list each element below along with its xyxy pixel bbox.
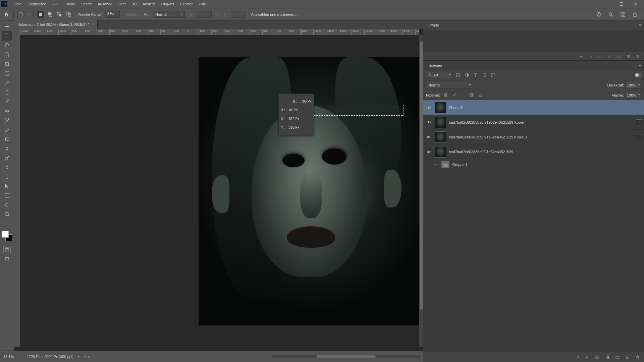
filter-image-icon[interactable]: [455, 72, 462, 78]
cloud-docs-icon[interactable]: [595, 11, 602, 18]
foreground-color-swatch[interactable]: [2, 231, 9, 238]
make-work-path-icon[interactable]: ◇: [606, 53, 612, 59]
new-layer-icon[interactable]: [625, 354, 631, 360]
new-path-icon[interactable]: ⊞: [625, 53, 631, 59]
fill-path-icon[interactable]: ●: [578, 53, 584, 59]
filter-adjustment-icon[interactable]: [464, 72, 470, 78]
visibility-toggle-icon[interactable]: [425, 120, 432, 125]
lock-pixels-icon[interactable]: [442, 92, 449, 99]
paths-tab[interactable]: Pfade: [426, 21, 442, 29]
adjustment-layer-icon[interactable]: [604, 354, 610, 360]
opacity-input[interactable]: 100%▾: [625, 82, 641, 88]
eraser-tool-icon[interactable]: [2, 125, 12, 134]
zoom-field[interactable]: 38,1%: [3, 355, 22, 359]
path-select-tool-icon[interactable]: [2, 181, 12, 191]
lock-position-icon[interactable]: [460, 92, 466, 99]
menu-help[interactable]: Hilfe: [196, 1, 209, 7]
menu-select[interactable]: Auswahl: [95, 1, 115, 7]
menu-type[interactable]: Schrift: [78, 1, 95, 7]
healing-brush-tool-icon[interactable]: [2, 87, 12, 97]
paths-list[interactable]: [423, 30, 644, 52]
expand-group-icon[interactable]: ▸: [435, 163, 439, 166]
layer-row[interactable]: bad7ba82c60283ba0f21e62e43521529 Kopie 3…: [423, 130, 644, 144]
menu-layer[interactable]: Ebene: [61, 1, 78, 7]
edit-toolbar-icon[interactable]: ⋯: [3, 220, 11, 228]
hand-tool-icon[interactable]: [2, 200, 12, 209]
vertical-ruler[interactable]: [14, 35, 20, 347]
layer-filter-select[interactable]: Art ▾: [426, 72, 453, 78]
layer-row[interactable]: Ebene 3: [423, 100, 644, 115]
shape-tool-icon[interactable]: [2, 191, 12, 200]
doc-info-label[interactable]: 1726 Px x 2000 Px (300 ppi): [27, 355, 73, 359]
filter-smartobject-icon[interactable]: [490, 72, 496, 78]
horizontal-ruler[interactable]: 1300120011001000900800700600500400300200…: [20, 29, 419, 35]
home-button[interactable]: [3, 11, 10, 18]
horizontal-scrollbar[interactable]: [272, 355, 420, 358]
fill-input[interactable]: 100%▾: [625, 92, 641, 99]
close-button[interactable]: [631, 1, 640, 7]
feather-input[interactable]: 0 Px: [105, 11, 120, 18]
select-and-mask-button[interactable]: Auswählen und maskieren...: [251, 12, 297, 16]
search-icon[interactable]: [607, 11, 614, 18]
frame-tool-icon[interactable]: [2, 69, 12, 78]
gradient-tool-icon[interactable]: [2, 134, 12, 144]
canvas[interactable]: B : 793 Px H : 82 Px X : 812 Px Y : 365 …: [20, 35, 419, 347]
visibility-toggle-icon[interactable]: [425, 105, 432, 110]
delete-path-icon[interactable]: 🗑: [635, 53, 641, 59]
delete-layer-icon[interactable]: [635, 354, 641, 360]
share-icon[interactable]: [631, 11, 639, 18]
color-swatches[interactable]: [2, 231, 12, 241]
layer-thumbnail[interactable]: [435, 146, 446, 158]
menu-3d[interactable]: 3D: [129, 1, 140, 7]
layer-style-icon[interactable]: fx: [584, 354, 590, 360]
scrollbar-thumb[interactable]: [420, 42, 423, 309]
vertical-scrollbar[interactable]: [419, 35, 423, 347]
selection-subtract-icon[interactable]: [56, 11, 63, 18]
filter-toggle[interactable]: [635, 73, 641, 77]
quickmask-icon[interactable]: [3, 246, 11, 253]
panel-menu-icon[interactable]: ≡: [639, 63, 641, 67]
clone-stamp-tool-icon[interactable]: [2, 106, 12, 116]
selection-add-icon[interactable]: [46, 11, 54, 18]
nav-prev-icon[interactable]: ◂: [84, 354, 86, 359]
layer-row[interactable]: bad7ba82c60283ba0f21e62e43521529: [423, 144, 644, 159]
visibility-toggle-icon[interactable]: [425, 135, 432, 139]
close-tab-icon[interactable]: ×: [92, 22, 94, 27]
zoom-tool-icon[interactable]: [2, 209, 12, 219]
selection-intersect-icon[interactable]: [65, 11, 72, 18]
link-layers-icon[interactable]: [574, 354, 580, 360]
pen-tool-icon[interactable]: [2, 163, 12, 172]
brush-tool-icon[interactable]: [2, 97, 12, 106]
menu-view[interactable]: Ansicht: [140, 1, 158, 7]
minimize-button[interactable]: [603, 1, 612, 7]
tool-preset-dropdown[interactable]: ▾: [26, 13, 30, 16]
frame-icon[interactable]: [619, 11, 627, 18]
style-select[interactable]: Normal▾: [153, 11, 185, 18]
menu-edit[interactable]: Bearbeiten: [25, 1, 49, 7]
tool-preset-icon[interactable]: [17, 11, 24, 18]
menu-filter[interactable]: Filter: [115, 1, 129, 7]
mask-icon[interactable]: ▢: [616, 53, 622, 59]
layers-tab[interactable]: Ebenen: [426, 61, 445, 69]
layer-thumbnail[interactable]: [435, 131, 446, 143]
nav-next-icon[interactable]: ▸: [88, 354, 90, 359]
maximize-button[interactable]: [617, 1, 626, 7]
layer-thumbnail[interactable]: [435, 117, 446, 128]
screenmode-icon[interactable]: [3, 255, 11, 262]
selection-new-icon[interactable]: [37, 11, 44, 18]
visibility-toggle-icon[interactable]: [425, 149, 432, 154]
layer-name[interactable]: Gruppe 1: [452, 163, 642, 167]
marquee-tool-icon[interactable]: [2, 31, 12, 41]
lasso-tool-icon[interactable]: [2, 41, 12, 50]
layer-row[interactable]: bad7ba82c60283ba0f21e62e43521529 Kopie 4…: [423, 115, 644, 130]
menu-file[interactable]: Datei: [11, 1, 25, 7]
layer-name[interactable]: bad7ba82c60283ba0f21e62e43521529 Kopie 4: [449, 120, 633, 124]
menu-plugins[interactable]: Plug-ins: [158, 1, 177, 7]
layer-group-row[interactable]: ▸Gruppe 1: [423, 159, 644, 170]
lock-all-icon[interactable]: [477, 92, 484, 99]
path-to-selection-icon[interactable]: ◌: [597, 53, 603, 59]
dodge-tool-icon[interactable]: [2, 153, 12, 163]
move-tool-icon[interactable]: [2, 22, 12, 31]
eyedropper-tool-icon[interactable]: [2, 78, 12, 87]
quick-select-tool-icon[interactable]: [2, 50, 12, 59]
